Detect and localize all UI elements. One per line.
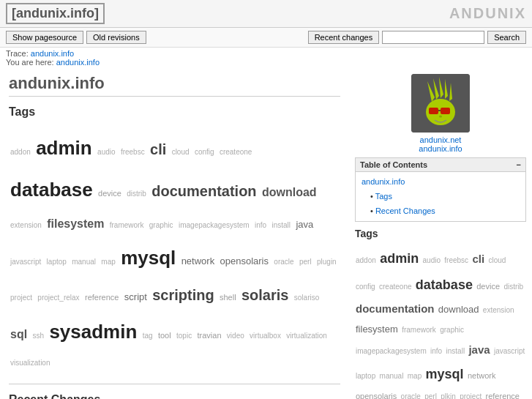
avatar-area: andunix.net andunix.info	[355, 74, 526, 153]
right-tag-link[interactable]: laptop	[356, 372, 375, 380]
right-tag-link[interactable]: distrib	[503, 283, 523, 291]
tag-link[interactable]: virtualization	[286, 332, 327, 340]
tag-link[interactable]: project	[10, 294, 32, 302]
avatar-link-info[interactable]: andunix.info	[419, 144, 462, 153]
tag-link[interactable]: sysadmin	[49, 321, 137, 343]
right-tag-link[interactable]: mysql	[426, 367, 464, 381]
right-tag-link[interactable]: javascript	[494, 347, 525, 355]
tag-link[interactable]: database	[10, 179, 93, 201]
right-tag-link[interactable]: opensolaris	[356, 392, 397, 399]
tag-link[interactable]: script	[124, 291, 147, 302]
tag-link[interactable]: opensolaris	[220, 256, 269, 266]
tag-link[interactable]: extension	[10, 221, 42, 229]
right-tag-link[interactable]: freebsc	[444, 256, 468, 264]
right-tag-link[interactable]: info	[430, 347, 442, 355]
recent-changes-button[interactable]: Recent changes	[308, 31, 380, 44]
right-tag-link[interactable]: install	[446, 347, 465, 355]
tag-link[interactable]: documentation	[151, 183, 256, 199]
tag-link[interactable]: mysql	[121, 247, 176, 269]
tag-link[interactable]: audio	[97, 148, 115, 156]
right-tag-link[interactable]: graphic	[440, 326, 464, 334]
tag-link[interactable]: video	[227, 332, 244, 340]
tag-link[interactable]: cloud	[172, 148, 190, 156]
right-tag-link[interactable]: oracle	[401, 392, 421, 399]
right-tags-title: Tags	[355, 228, 526, 239]
tags-section: Tags addon admin audio freebsc cli cloud…	[9, 105, 340, 378]
right-tag-link[interactable]: plkin	[441, 392, 456, 399]
right-tag-link[interactable]: createone	[379, 283, 411, 291]
toc-toggle-icon[interactable]: −	[517, 160, 521, 169]
tag-link[interactable]: install	[271, 221, 291, 229]
tag-link[interactable]: framework	[110, 221, 144, 229]
tag-link[interactable]: java	[296, 219, 313, 230]
toc-link-recent[interactable]: Recent Changes	[375, 206, 435, 215]
tag-link[interactable]: javascript	[10, 258, 41, 266]
right-tag-link[interactable]: cloud	[489, 256, 506, 264]
right-tag-link[interactable]: framework	[402, 326, 436, 334]
tag-link[interactable]: cli	[150, 141, 166, 157]
tag-link[interactable]: filesystem	[47, 217, 104, 230]
tag-link[interactable]: shell	[220, 293, 236, 302]
tag-link[interactable]: plugin	[317, 258, 337, 266]
right-tag-link[interactable]: java	[468, 343, 490, 356]
right-tag-link[interactable]: project	[460, 392, 482, 399]
tag-link[interactable]: tool	[158, 331, 171, 340]
right-tag-link[interactable]: perl	[424, 392, 437, 399]
right-tag-link[interactable]: network	[468, 371, 496, 380]
tag-link[interactable]: admin	[36, 137, 92, 159]
right-tag-link[interactable]: cli	[472, 253, 484, 265]
right-tag-link[interactable]: admin	[380, 251, 419, 266]
right-tag-link[interactable]: documentation	[356, 302, 435, 315]
tag-link[interactable]: addon	[10, 148, 31, 156]
tag-link[interactable]: virtualbox	[250, 332, 281, 340]
search-input[interactable]	[382, 31, 484, 44]
tag-link[interactable]: ssh	[32, 332, 44, 340]
tag-link[interactable]: createone	[220, 148, 252, 156]
tag-link[interactable]: scripting	[152, 287, 214, 303]
tag-link[interactable]: tag	[143, 332, 153, 340]
avatar-link-net[interactable]: andunix.net	[419, 135, 462, 144]
tag-link[interactable]: solariso	[294, 294, 319, 302]
right-tag-link[interactable]: filesystem	[356, 324, 398, 335]
tag-link[interactable]: project_relax	[37, 294, 79, 302]
right-tag-link[interactable]: map	[408, 372, 422, 380]
tag-link[interactable]: travian	[197, 331, 221, 340]
right-tag-link[interactable]: manual	[380, 372, 404, 380]
right-tag-link[interactable]: imagepackagesystem	[356, 347, 427, 355]
tag-link[interactable]: solaris	[241, 287, 288, 303]
tag-link[interactable]: freebsc	[121, 148, 145, 156]
site-logo[interactable]: [andunix.info]	[6, 3, 105, 24]
right-tag-link[interactable]: extension	[483, 306, 514, 314]
tag-link[interactable]: topic	[176, 332, 192, 340]
tag-link[interactable]: imagepackagesystem	[179, 221, 250, 229]
tag-link[interactable]: manual	[72, 258, 96, 266]
tag-link[interactable]: oracle	[274, 258, 293, 266]
tag-link[interactable]: distrib	[127, 190, 146, 198]
tag-link[interactable]: reference	[85, 293, 119, 302]
show-pagesource-button[interactable]: Show pagesource	[6, 31, 83, 44]
toc-link-tags[interactable]: Tags	[375, 192, 392, 201]
tag-link[interactable]: info	[255, 221, 266, 229]
trace-current-link[interactable]: andunix.info	[56, 58, 100, 67]
right-tag-link[interactable]: addon	[356, 256, 376, 264]
right-tag-link[interactable]: download	[438, 304, 479, 315]
right-tag-link[interactable]: reference	[486, 392, 520, 399]
tag-link[interactable]: download	[262, 186, 317, 198]
tag-link[interactable]: visualization	[10, 359, 50, 367]
tag-link[interactable]: config	[195, 148, 214, 156]
trace-root-link[interactable]: andunix.info	[31, 49, 74, 58]
old-revisions-button[interactable]: Old revisions	[86, 31, 146, 44]
tag-link[interactable]: laptop	[47, 258, 67, 266]
tag-link[interactable]: network	[181, 256, 215, 266]
tag-link[interactable]: graphic	[149, 221, 173, 229]
toc-link-main[interactable]: andunix.info	[361, 177, 405, 186]
right-tag-link[interactable]: database	[416, 277, 473, 292]
tag-link[interactable]: perl	[299, 258, 312, 266]
tag-link[interactable]: map	[101, 258, 115, 266]
right-tag-link[interactable]: config	[356, 283, 375, 291]
right-tag-link[interactable]: audio	[423, 256, 441, 264]
tag-link[interactable]: sql	[10, 328, 27, 340]
search-button[interactable]: Search	[487, 31, 526, 44]
right-tag-link[interactable]: device	[476, 282, 500, 291]
tag-link[interactable]: device	[98, 189, 121, 198]
